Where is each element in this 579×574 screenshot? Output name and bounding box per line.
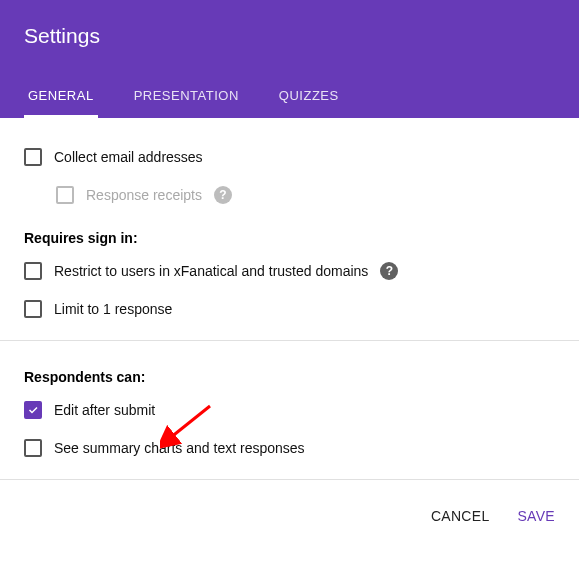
requires-signin-heading: Requires sign in:: [24, 214, 555, 252]
see-summary-label: See summary charts and text responses: [54, 440, 305, 456]
check-icon: [27, 404, 39, 416]
respondents-heading: Respondents can:: [24, 353, 555, 391]
settings-title: Settings: [24, 24, 555, 48]
tab-quizzes[interactable]: QUIZZES: [275, 76, 343, 118]
collect-email-label: Collect email addresses: [54, 149, 203, 165]
response-receipts-label: Response receipts: [86, 187, 202, 203]
save-button[interactable]: SAVE: [517, 508, 555, 524]
help-icon[interactable]: ?: [214, 186, 232, 204]
divider: [0, 479, 579, 480]
divider: [0, 340, 579, 341]
see-summary-checkbox[interactable]: [24, 439, 42, 457]
collect-email-checkbox[interactable]: [24, 148, 42, 166]
restrict-domain-checkbox[interactable]: [24, 262, 42, 280]
edit-after-submit-label: Edit after submit: [54, 402, 155, 418]
limit-one-label: Limit to 1 response: [54, 301, 172, 317]
limit-one-checkbox[interactable]: [24, 300, 42, 318]
cancel-button[interactable]: CANCEL: [431, 508, 490, 524]
tab-presentation[interactable]: PRESENTATION: [130, 76, 243, 118]
restrict-domain-label: Restrict to users in xFanatical and trus…: [54, 263, 368, 279]
help-icon[interactable]: ?: [380, 262, 398, 280]
edit-after-submit-checkbox[interactable]: [24, 401, 42, 419]
response-receipts-checkbox: [56, 186, 74, 204]
tab-general[interactable]: GENERAL: [24, 76, 98, 118]
tabs: GENERAL PRESENTATION QUIZZES: [24, 76, 555, 118]
